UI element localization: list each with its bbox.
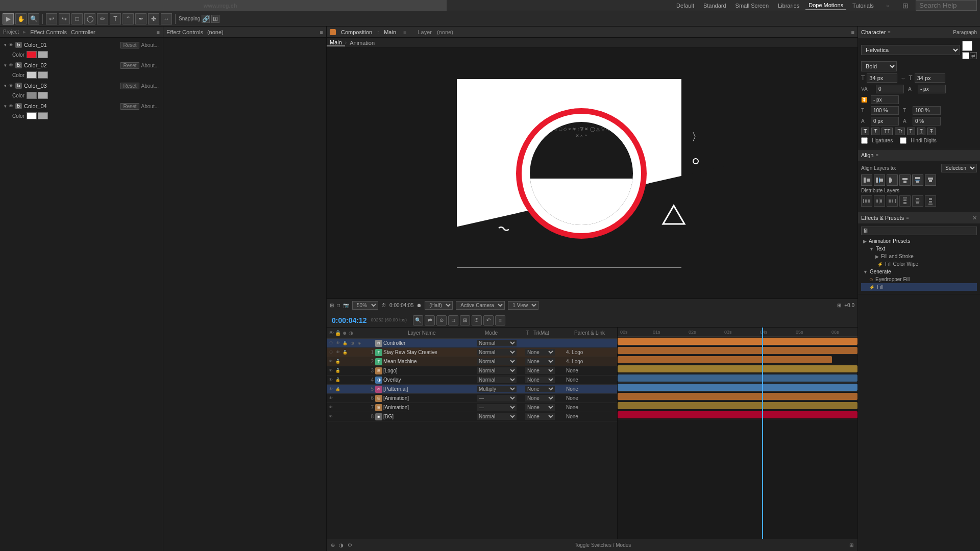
- hindi-checkbox[interactable]: [900, 137, 906, 144]
- visibility-icon-04[interactable]: 👁: [9, 104, 13, 109]
- bottom-right-icons[interactable]: ⊞: [849, 542, 853, 548]
- layer-row-5[interactable]: 👁 🔓 5 ai [Pattern.ai] Multiply: [327, 385, 617, 394]
- lc-eye-4[interactable]: 👁: [328, 377, 334, 383]
- lc-eye-1[interactable]: 👁: [335, 349, 341, 356]
- font-size-input[interactable]: [867, 73, 897, 83]
- tool-zoom[interactable]: 🔍: [28, 13, 39, 24]
- font-size2-input[interactable]: [915, 73, 945, 83]
- leading-input[interactable]: [871, 95, 899, 104]
- tool-brush[interactable]: ⌃: [122, 13, 134, 24]
- style-super-btn[interactable]: T: [907, 128, 915, 135]
- layer-trkmat-select-1[interactable]: None: [525, 349, 555, 356]
- tl-btn-1[interactable]: ⇄: [425, 315, 435, 325]
- tool-hand[interactable]: ✋: [15, 13, 27, 24]
- reset-btn-01[interactable]: Reset: [120, 42, 139, 48]
- layer-row-controller[interactable]: ☉ 👁 🔓 ◑ ◈ N Controller Normal: [327, 339, 617, 348]
- layer-mode-select-8[interactable]: Normal: [477, 413, 517, 420]
- expand-icon-01[interactable]: ▾: [4, 42, 7, 47]
- kerning-input[interactable]: [918, 85, 946, 93]
- about-btn-02[interactable]: About...: [141, 63, 159, 68]
- lc-shy-0[interactable]: ◑: [349, 340, 355, 346]
- camera-select[interactable]: Active Camera: [456, 301, 505, 310]
- comp-record-icon[interactable]: ⏺: [416, 303, 422, 308]
- quality-select[interactable]: (Half): [425, 301, 453, 310]
- lc-lock-3[interactable]: 🔓: [335, 368, 341, 374]
- style-under-btn[interactable]: T: [917, 128, 925, 135]
- font-select[interactable]: Helvetica: [861, 45, 960, 55]
- workspace-dope-motions[interactable]: Dope Motions: [805, 1, 846, 10]
- align-right-btn[interactable]: [887, 174, 898, 186]
- align-center-h-btn[interactable]: [874, 174, 885, 186]
- scale-h-input[interactable]: [871, 106, 899, 115]
- workspace-default[interactable]: Default: [673, 2, 697, 10]
- snap-icon[interactable]: ⊞: [898, 0, 913, 11]
- layer-trkmat-select-3[interactable]: None: [525, 367, 555, 374]
- color-swatch-01-a[interactable]: [27, 51, 37, 58]
- effects-fill-stroke-folder[interactable]: ▶ Fill and Stroke: [861, 253, 977, 260]
- lc-eye-0[interactable]: 👁: [335, 340, 341, 346]
- dist-right-btn[interactable]: [887, 195, 898, 207]
- bottom-icons[interactable]: ⊕: [331, 542, 335, 548]
- layer-mode-select-4[interactable]: Normal: [477, 377, 517, 383]
- dist-bottom-btn[interactable]: [925, 195, 936, 207]
- tl-btn-4[interactable]: ⊞: [460, 315, 470, 325]
- style-strike-btn[interactable]: T: [927, 128, 936, 135]
- reset-btn-02[interactable]: Reset: [120, 62, 139, 69]
- tool-select[interactable]: ▶: [3, 13, 14, 24]
- layer-row-3[interactable]: 👁 🔓 3 ⊞ [Logo] Normal: [327, 366, 617, 375]
- layer-trkmat-select-4[interactable]: None: [525, 377, 555, 383]
- tl-btn-5[interactable]: ⏱: [472, 315, 482, 325]
- lc-eye-7[interactable]: 👁: [328, 405, 334, 411]
- expand-icon-04[interactable]: ▾: [4, 104, 7, 109]
- character-section-header[interactable]: Character ≡ Paragraph: [858, 27, 980, 38]
- about-btn-04[interactable]: About...: [141, 104, 159, 109]
- tl-btn-7[interactable]: ≡: [495, 315, 505, 325]
- color-swatch-03-b[interactable]: [38, 92, 48, 99]
- workspace-small-screen[interactable]: Small Screen: [732, 2, 772, 10]
- comp-time-icon[interactable]: ⏱: [381, 303, 386, 308]
- reset-btn-03[interactable]: Reset: [120, 83, 139, 89]
- layer-row-6[interactable]: 👁 6 ⊞ [Animation] — N: [327, 394, 617, 403]
- char-swap-icon[interactable]: ⇄: [970, 52, 977, 59]
- color-swatch-02-b[interactable]: [38, 71, 48, 79]
- layer-mode-select-1[interactable]: Normal: [477, 349, 517, 356]
- color-swatch-02-a[interactable]: [27, 71, 37, 79]
- align-section-header[interactable]: Align ≡: [858, 149, 980, 161]
- lc-lock-2[interactable]: 🔓: [335, 359, 341, 365]
- style-italic-btn[interactable]: T: [871, 128, 879, 135]
- layer-trkmat-select-5[interactable]: None: [525, 386, 555, 392]
- comp-tab-main[interactable]: Main: [327, 39, 345, 46]
- dist-center-h-btn[interactable]: [874, 195, 885, 207]
- comp-header-menu[interactable]: ≡: [851, 29, 854, 35]
- lc-eye-2[interactable]: 👁: [328, 359, 334, 365]
- about-btn-03[interactable]: About...: [141, 83, 159, 89]
- lc-lock-5[interactable]: 🔓: [335, 386, 341, 392]
- workspace-tutorials[interactable]: Tutorials: [849, 2, 877, 10]
- comp-bottom-icon-2[interactable]: □: [337, 303, 340, 308]
- layer-trkmat-select-7[interactable]: None: [525, 404, 555, 411]
- workspace-libraries[interactable]: Libraries: [775, 2, 802, 10]
- tool-roto[interactable]: ✤: [148, 13, 159, 24]
- char-fill-swatch[interactable]: [962, 41, 972, 51]
- lc-eye-3[interactable]: 👁: [328, 368, 334, 374]
- workspace-standard[interactable]: Standard: [700, 2, 729, 10]
- style-allcaps-btn[interactable]: TT: [881, 128, 893, 135]
- color-swatch-04-b[interactable]: [38, 112, 48, 119]
- snapping-toggle[interactable]: 🔗: [202, 15, 210, 23]
- layer-mode-select-0[interactable]: Normal: [477, 340, 517, 346]
- align-to-select[interactable]: Selection: [941, 164, 977, 172]
- align-top-btn[interactable]: [899, 174, 911, 186]
- view-select[interactable]: 1 View: [508, 301, 538, 310]
- comp-bottom-icon-1[interactable]: ⊞: [330, 303, 334, 308]
- tl-btn-2[interactable]: ⊙: [436, 315, 447, 325]
- tool-stamp[interactable]: ✒: [135, 13, 146, 24]
- lc-eye-5[interactable]: 👁: [328, 386, 334, 392]
- zoom-select[interactable]: 50%: [352, 301, 378, 310]
- about-btn-01[interactable]: About...: [141, 42, 159, 48]
- style-bold-btn[interactable]: T: [861, 128, 869, 135]
- lc-eye-6[interactable]: 👁: [328, 395, 334, 402]
- color-swatch-01-b[interactable]: [38, 51, 48, 58]
- layer-mode-select-2[interactable]: Normal: [477, 358, 517, 365]
- tool-redo[interactable]: ↪: [59, 13, 70, 24]
- help-search-input[interactable]: [916, 0, 977, 11]
